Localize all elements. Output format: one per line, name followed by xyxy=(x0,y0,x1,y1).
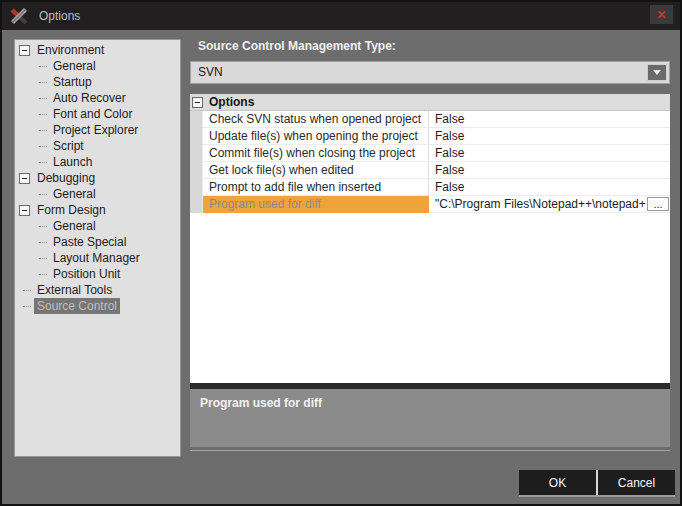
grid-rows: Check SVN status when opened projectFals… xyxy=(190,111,670,213)
sidebar-item-label: Font and Color xyxy=(50,106,135,122)
sidebar-item-label: Environment xyxy=(34,42,107,58)
combo-dropdown-button[interactable] xyxy=(647,64,667,81)
property-value-text: False xyxy=(435,163,464,177)
titlebar: Options ✕ xyxy=(2,2,680,30)
dialog-buttons: OK Cancel xyxy=(519,470,675,497)
sidebar-item-auto-recover[interactable]: Auto Recover xyxy=(15,90,180,106)
property-row-check-svn-status-when-opened-project[interactable]: Check SVN status when opened projectFals… xyxy=(190,111,670,128)
property-value[interactable]: False xyxy=(429,162,670,179)
property-row-program-used-for-diff[interactable]: Program used for diff"C:\Program Files\N… xyxy=(190,196,670,213)
close-button[interactable]: ✕ xyxy=(650,5,673,24)
property-row-update-file-s-when-opening-the-project[interactable]: Update file(s) when opening the projectF… xyxy=(190,128,670,145)
app-logo-icon xyxy=(10,7,28,25)
collapse-icon[interactable] xyxy=(19,45,30,56)
row-gutter xyxy=(190,179,203,196)
row-gutter xyxy=(190,128,203,145)
sidebar-item-label: Project Explorer xyxy=(50,122,141,138)
property-value[interactable]: False xyxy=(429,145,670,162)
property-name: Update file(s) when opening the project xyxy=(203,128,429,145)
options-property-grid: Options Check SVN status when opened pro… xyxy=(190,94,670,383)
row-gutter xyxy=(190,196,203,213)
property-name: Prompt to add file when inserted xyxy=(203,179,429,196)
property-name: Program used for diff xyxy=(203,196,429,213)
sidebar-item-label: Launch xyxy=(50,154,95,170)
sidebar-item-launch[interactable]: Launch xyxy=(15,154,180,170)
scm-type-value: SVN xyxy=(198,62,223,83)
sidebar-item-external-tools[interactable]: External Tools xyxy=(15,282,180,298)
scm-type-label: Source Control Management Type: xyxy=(198,39,396,53)
property-value-text: False xyxy=(435,112,464,126)
sidebar-item-label: Debugging xyxy=(34,170,98,186)
sidebar-item-label: General xyxy=(50,58,99,74)
sidebar-item-position-unit[interactable]: Position Unit xyxy=(15,266,180,282)
ok-button[interactable]: OK xyxy=(519,470,596,495)
sidebar-item-form-design[interactable]: Form Design xyxy=(15,202,180,218)
sidebar-item-label: Startup xyxy=(50,74,95,90)
collapse-icon[interactable] xyxy=(19,205,30,216)
cancel-button[interactable]: Cancel xyxy=(598,470,675,495)
property-row-prompt-to-add-file-when-inserted[interactable]: Prompt to add file when insertedFalse xyxy=(190,179,670,196)
property-value[interactable]: "C:\Program Files\Notepad++\notepad+... xyxy=(429,196,670,213)
row-gutter xyxy=(190,145,203,162)
browse-button[interactable]: ... xyxy=(647,197,669,211)
sidebar-item-general[interactable]: General xyxy=(15,186,180,202)
property-name: Get lock file(s) when edited xyxy=(203,162,429,179)
property-value[interactable]: False xyxy=(429,128,670,145)
sidebar-item-general[interactable]: General xyxy=(15,58,180,74)
property-value-text: False xyxy=(435,180,464,194)
sidebar-item-label: Source Control xyxy=(34,298,120,314)
property-value-text: False xyxy=(435,146,464,160)
property-name: Commit file(s) when closing the project xyxy=(203,145,429,162)
property-value[interactable]: False xyxy=(429,179,670,196)
window-title: Options xyxy=(39,9,80,23)
sidebar-item-startup[interactable]: Startup xyxy=(15,74,180,90)
property-value[interactable]: False xyxy=(429,111,670,128)
sidebar-item-paste-special[interactable]: Paste Special xyxy=(15,234,180,250)
sidebar-item-debugging[interactable]: Debugging xyxy=(15,170,180,186)
property-value-text: "C:\Program Files\Notepad++\notepad+ xyxy=(435,197,646,211)
sidebar-item-project-explorer[interactable]: Project Explorer xyxy=(15,122,180,138)
sidebar-item-label: Script xyxy=(50,138,87,154)
description-panel: Program used for diff xyxy=(190,389,670,447)
sidebar-item-label: Layout Manager xyxy=(50,250,143,266)
row-gutter xyxy=(190,111,203,128)
row-gutter xyxy=(190,162,203,179)
sidebar-item-font-and-color[interactable]: Font and Color xyxy=(15,106,180,122)
property-name: Check SVN status when opened project xyxy=(203,111,429,128)
chevron-down-icon xyxy=(653,70,661,75)
sidebar-item-label: General xyxy=(50,186,99,202)
scm-type-combobox[interactable]: SVN xyxy=(190,61,670,84)
sidebar-item-script[interactable]: Script xyxy=(15,138,180,154)
sidebar-item-label: General xyxy=(50,218,99,234)
property-value-text: False xyxy=(435,129,464,143)
sidebar-item-label: Auto Recover xyxy=(50,90,129,106)
description-title: Program used for diff xyxy=(200,396,660,410)
settings-tree: EnvironmentGeneralStartupAuto RecoverFon… xyxy=(14,39,181,457)
collapse-icon[interactable] xyxy=(192,97,203,108)
sidebar-item-label: Form Design xyxy=(34,202,109,218)
options-group-header[interactable]: Options xyxy=(190,94,670,111)
footer-separator xyxy=(190,450,670,451)
collapse-icon[interactable] xyxy=(19,173,30,184)
options-group-label: Options xyxy=(209,95,254,109)
property-row-commit-file-s-when-closing-the-project[interactable]: Commit file(s) when closing the projectF… xyxy=(190,145,670,162)
sidebar-item-environment[interactable]: Environment xyxy=(15,42,180,58)
sidebar-item-label: Position Unit xyxy=(50,266,123,282)
sidebar-item-general[interactable]: General xyxy=(15,218,180,234)
sidebar-item-label: Paste Special xyxy=(50,234,129,250)
sidebar-item-layout-manager[interactable]: Layout Manager xyxy=(15,250,180,266)
options-dialog: Options ✕ EnvironmentGeneralStartupAuto … xyxy=(0,0,682,506)
property-row-get-lock-file-s-when-edited[interactable]: Get lock file(s) when editedFalse xyxy=(190,162,670,179)
sidebar-item-label: External Tools xyxy=(34,282,115,298)
sidebar-item-source-control[interactable]: Source Control xyxy=(15,298,180,314)
